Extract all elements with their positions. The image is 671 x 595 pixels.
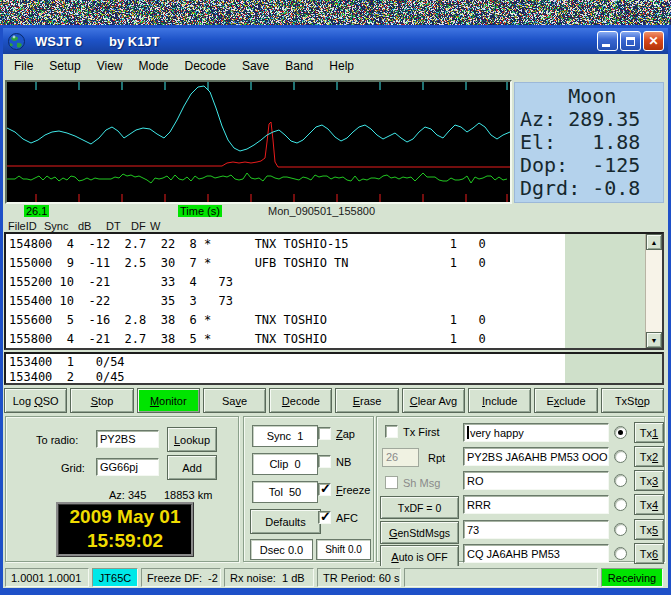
tx-message-input-5[interactable]: 73 [463, 520, 609, 539]
menu-decode[interactable]: Decode [177, 56, 234, 76]
tx1-button[interactable]: Tx1 [634, 422, 664, 443]
menu-setup[interactable]: Setup [41, 56, 88, 76]
menu-bar: FileSetupViewModeDecodeSaveBandHelp [3, 54, 668, 78]
menu-mode[interactable]: Mode [131, 56, 177, 76]
grid-input[interactable]: GG66pj [96, 458, 159, 476]
to-radio-input[interactable]: PY2BS [96, 430, 159, 448]
tx-radio-4[interactable] [614, 498, 627, 511]
rpt-label: Rpt [428, 452, 445, 464]
status-receiving: Receiving [601, 568, 663, 587]
decode-button[interactable]: Decode [269, 388, 332, 413]
rpt-input[interactable]: 26 [382, 448, 419, 467]
tx-radio-3[interactable] [614, 474, 627, 487]
tol-control[interactable]: Tol 50 [252, 481, 318, 503]
sh-msg-checkbox[interactable]: Sh Msg [385, 476, 440, 489]
tx-radio-5[interactable] [614, 523, 627, 536]
log-qso-button[interactable]: Log QSO [4, 388, 67, 413]
decode-area-filler [565, 234, 645, 348]
minimize-button[interactable] [597, 31, 618, 51]
text-caret [467, 426, 469, 439]
menu-view[interactable]: View [89, 56, 131, 76]
tx6-button[interactable]: Tx6 [634, 543, 664, 564]
txstop-button[interactable]: TxStop [601, 388, 664, 413]
status-rx-noise-1-db: Rx noise: 1 dB [224, 568, 314, 587]
exclude-button[interactable]: Exclude [534, 388, 597, 413]
decode-scrollbar[interactable]: ▲ ▼ [645, 234, 662, 348]
graph-label-row: 26.1 Time (s) Mon_090501_155800 [3, 205, 668, 219]
menu-file[interactable]: File [6, 56, 41, 76]
clear-avg-button[interactable]: Clear Avg [402, 388, 465, 413]
to-radio-label: To radio: [36, 434, 78, 446]
gen-std-msgs-button[interactable]: GenStdMsgs [380, 521, 459, 544]
tx3-button[interactable]: Tx3 [634, 470, 664, 491]
utc-clock: 2009 May 01 15:59:02 [56, 502, 194, 557]
avg-signal-trace [7, 122, 510, 167]
tx-message-input-4[interactable]: RRR [463, 495, 609, 514]
header-df: DF [131, 220, 146, 232]
zap-checkbox-box[interactable] [318, 427, 331, 440]
tx4-button[interactable]: Tx4 [634, 494, 664, 515]
spectrum-graph[interactable] [5, 80, 512, 204]
average-area-filler [565, 354, 662, 383]
title-bar[interactable]: WSJT 6 by K1JT ✕ [3, 28, 668, 54]
lookup-button[interactable]: Lookup [167, 427, 217, 452]
shift-control[interactable]: Shift 0.0 [316, 539, 371, 560]
menu-help[interactable]: Help [321, 56, 362, 76]
decode-text-area[interactable]: 154800 4 -12 2.7 22 8 * TNX TOSHIO-15 1 … [4, 232, 664, 350]
time-axis-label: Time (s) [178, 205, 222, 217]
tx-radio-1[interactable] [614, 426, 627, 439]
window-title-byline: by K1JT [109, 34, 160, 49]
nb-checkbox-box[interactable] [318, 455, 331, 468]
desktop-noise-background [0, 0, 671, 27]
afc-checkbox[interactable]: AFC [318, 511, 358, 524]
save-button[interactable]: Save [203, 388, 266, 413]
dsec-control[interactable]: Dsec 0.0 [250, 539, 313, 560]
auto-button[interactable]: Auto is OFF [380, 545, 459, 568]
freeze-checkbox[interactable]: Freeze [318, 483, 370, 496]
freeze-label: Freeze [336, 484, 370, 496]
add-button[interactable]: Add [167, 455, 217, 480]
zap-checkbox[interactable]: Zap [318, 427, 355, 440]
close-button[interactable]: ✕ [643, 31, 664, 51]
clip-control[interactable]: Clip 0 [252, 453, 318, 475]
tx-message-input-3[interactable]: RO [463, 471, 609, 490]
menu-save[interactable]: Save [234, 56, 277, 76]
tx2-button[interactable]: Tx2 [634, 446, 664, 467]
maximize-button[interactable] [620, 31, 641, 51]
monitor-button[interactable]: Monitor [137, 388, 200, 413]
defaults-button[interactable]: Defaults [250, 509, 321, 534]
tx5-button[interactable]: Tx5 [634, 519, 664, 540]
scroll-down-icon[interactable]: ▼ [646, 332, 662, 348]
decode-column-headers: FileID Sync dB DT DF W [3, 220, 668, 232]
nb-checkbox[interactable]: NB [318, 455, 351, 468]
zap-label: Zap [336, 428, 355, 440]
average-text-area[interactable]: 153400 1 0/54 153400 2 0/45 [4, 352, 664, 385]
tx-message-input-2[interactable]: PY2BS JA6AHB PM53 OOO [463, 447, 609, 466]
sh-msg-checkbox-box[interactable] [385, 476, 398, 489]
header-fileid: FileID [8, 220, 37, 232]
txdf-button[interactable]: TxDF = 0 [380, 496, 459, 519]
header-w: W [150, 220, 160, 232]
tx-radio-6[interactable] [614, 547, 627, 560]
stop-button[interactable]: Stop [70, 388, 133, 413]
include-button[interactable]: Include [468, 388, 531, 413]
tx-first-checkbox[interactable]: Tx First [385, 425, 440, 438]
clock-time: 15:59:02 [59, 529, 191, 553]
scroll-up-icon[interactable]: ▲ [646, 234, 662, 250]
afc-label: AFC [336, 512, 358, 524]
main-button-row: Log QSOStopMonitorSaveDecodeEraseClear A… [4, 388, 664, 413]
erase-button[interactable]: Erase [335, 388, 398, 413]
freeze-checkbox-box[interactable] [318, 483, 331, 496]
menu-band[interactable]: Band [277, 56, 321, 76]
status-freeze-df-2: Freeze DF: -2 [141, 568, 221, 587]
tx-message-input-6[interactable]: CQ JA6AHB PM53 [463, 544, 609, 563]
status-spacer [404, 568, 598, 587]
tx-radio-2[interactable] [614, 450, 627, 463]
app-globe-icon [8, 33, 25, 50]
tx-first-checkbox-box[interactable] [385, 425, 398, 438]
afc-checkbox-box[interactable] [318, 511, 331, 524]
sync-control[interactable]: Sync 1 [252, 425, 318, 447]
status-jt65c: JT65C [92, 568, 138, 587]
status-tr-period-60-s: TR Period: 60 s [317, 568, 401, 587]
tx-message-input-1[interactable]: very happy [463, 423, 609, 442]
